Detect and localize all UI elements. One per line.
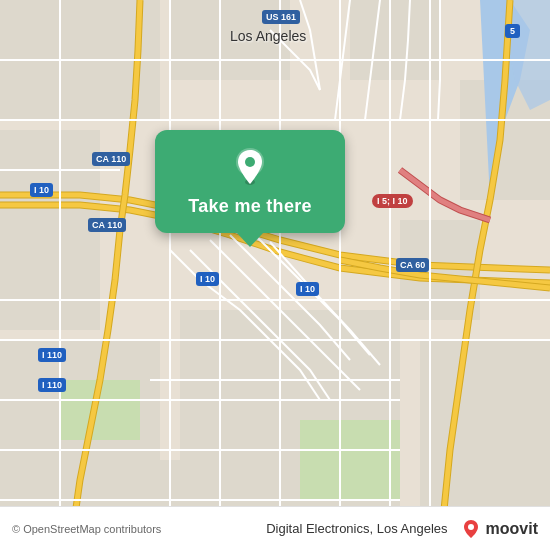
svg-rect-12 — [300, 420, 400, 500]
highway-badge-us161: US 161 — [262, 10, 300, 24]
highway-badge-ca110-top: CA 110 — [92, 152, 130, 166]
highway-badge-i5: 5 — [505, 24, 520, 38]
moovit-brand-text: moovit — [486, 520, 538, 538]
highway-badge-ca60: CA 60 — [396, 258, 429, 272]
highway-badge-i10-mid: I 10 — [196, 272, 219, 286]
callout-popup[interactable]: Take me there — [155, 130, 345, 233]
highway-badge-ca110-mid: CA 110 — [88, 218, 126, 232]
moovit-logo: moovit — [460, 518, 538, 540]
map-background — [0, 0, 550, 550]
highway-badge-i5-i10: I 5; I 10 — [372, 194, 413, 208]
highway-badge-i10-left: I 10 — [30, 183, 53, 197]
location-pin-icon — [228, 144, 272, 188]
location-label: Digital Electronics, Los Angeles — [266, 521, 447, 536]
attribution-text: © OpenStreetMap contributors — [12, 523, 266, 535]
moovit-pin-icon — [460, 518, 482, 540]
map-container: Los Angeles US 161 CA 110 I 10 CA 110 I … — [0, 0, 550, 550]
take-me-there-button[interactable]: Take me there — [188, 194, 312, 219]
svg-point-32 — [468, 524, 474, 530]
city-label: Los Angeles — [230, 28, 306, 44]
highway-badge-i10-right: I 10 — [296, 282, 319, 296]
svg-point-31 — [245, 157, 255, 167]
highway-badge-i110-bot1: I 110 — [38, 348, 66, 362]
svg-rect-5 — [350, 0, 440, 80]
bottom-bar: © OpenStreetMap contributors Digital Ele… — [0, 506, 550, 550]
highway-badge-i110-bot2: I 110 — [38, 378, 66, 392]
